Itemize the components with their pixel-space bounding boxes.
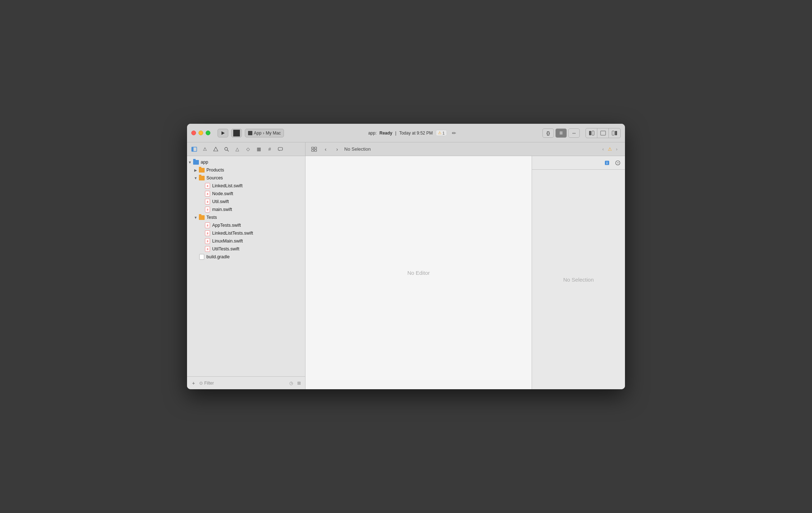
file-navigator-button[interactable] [190, 146, 199, 153]
minimize-button[interactable] [199, 131, 203, 135]
svg-rect-1 [233, 130, 240, 136]
tree-item-sources[interactable]: ▼ Sources [187, 174, 305, 182]
tree-item-linkedlist[interactable]: S LinkedList.swift [187, 182, 305, 190]
warning-nav: ‹ ⚠ › [599, 146, 621, 153]
tree-item-linkedlisttests[interactable]: S LinkedListTests.swift [187, 229, 305, 237]
forward-button[interactable]: › [333, 146, 341, 153]
editor-view-button[interactable]: ≡ [555, 128, 567, 138]
tree-item-node[interactable]: S Node.swift [187, 190, 305, 198]
tree-label-buildgradle: build.gradle [206, 254, 230, 259]
tree-label-linkedlisttests: LinkedListTests.swift [212, 231, 253, 236]
editor-area: No Editor [305, 156, 532, 389]
scheme-selector[interactable]: App › My Mac [245, 129, 284, 137]
layout-center-button[interactable] [597, 128, 609, 138]
warning-prev-button[interactable]: ‹ [599, 146, 607, 153]
maximize-button[interactable] [206, 131, 210, 135]
grid-view-button[interactable] [310, 146, 318, 153]
tree-item-utiltests[interactable]: S UtilTests.swift [187, 245, 305, 253]
comment-button[interactable] [276, 146, 285, 153]
titlebar: App › My Mac app: Ready | Today at 9:52 … [187, 124, 625, 142]
tree-label-app: app [201, 160, 208, 165]
svg-text:?: ? [617, 161, 619, 165]
inspector-header: i ? [532, 156, 625, 170]
main-content: ▼ app ▶ Products [187, 156, 625, 389]
svg-rect-6 [615, 131, 617, 135]
help-button[interactable]: ? [613, 159, 622, 166]
warning-badge[interactable]: ⚠ 1 [436, 130, 447, 136]
stop-button[interactable] [231, 129, 242, 137]
refresh-view-button[interactable]: ↔ [568, 128, 580, 138]
secondary-toolbar: ⚠ △ ◇ ▦ # ‹ › No Selection ‹ ⚠ [187, 142, 625, 156]
breakpoint-navigator-button[interactable]: ◇ [244, 146, 252, 153]
status-separator: | [395, 131, 396, 136]
apptests-file-icon: S [204, 222, 211, 228]
svg-rect-14 [314, 147, 317, 149]
footer-right: ◷ ⊠ [288, 380, 302, 386]
tree-item-linuxmain[interactable]: S LinuxMain.swift [187, 237, 305, 245]
svg-rect-5 [612, 131, 614, 135]
activity-button[interactable]: ✏ [450, 129, 458, 137]
clear-filter-button[interactable]: ⊠ [296, 380, 302, 386]
node-file-icon: S [204, 191, 211, 197]
tree-label-node: Node.swift [212, 191, 233, 196]
scheme-app-name: App [254, 131, 261, 136]
tree-label-products: Products [206, 168, 224, 173]
recent-files-button[interactable]: ◷ [288, 380, 294, 386]
app-scheme-icon [248, 131, 252, 135]
toolbar-right: {} ≡ ↔ [542, 128, 621, 138]
svg-rect-13 [312, 147, 314, 149]
tree-label-linuxmain: LinuxMain.swift [212, 239, 243, 244]
svg-rect-16 [314, 150, 317, 151]
report-navigator-button[interactable]: ▦ [255, 146, 263, 153]
warning-navigator-button[interactable]: ⚠ [201, 146, 209, 153]
svg-rect-4 [601, 131, 606, 135]
svg-marker-9 [214, 147, 218, 151]
status-area: app: Ready | Today at 9:52 PM ⚠ 1 ✏ [287, 129, 540, 137]
tests-folder-icon [199, 215, 205, 220]
source-control-button[interactable]: # [265, 146, 274, 153]
run-button[interactable] [218, 129, 228, 137]
warning-next-button[interactable]: › [613, 146, 621, 153]
issue-navigator-button[interactable]: △ [233, 146, 242, 153]
svg-rect-2 [589, 131, 591, 135]
layout-left-button[interactable] [586, 128, 597, 138]
back-button[interactable]: ‹ [321, 146, 330, 153]
tree-item-apptests[interactable]: S AppTests.swift [187, 221, 305, 229]
svg-point-10 [225, 147, 228, 150]
linuxmain-file-icon: S [204, 238, 211, 244]
svg-line-11 [227, 150, 229, 151]
svg-marker-0 [221, 131, 225, 135]
disclosure-products: ▶ [193, 168, 199, 172]
tree-label-linkedlist: LinkedList.swift [212, 183, 243, 188]
sources-folder-icon [199, 175, 205, 181]
search-navigator-button[interactable] [222, 146, 231, 153]
test-navigator-button[interactable] [211, 146, 220, 153]
utiltests-file-icon: S [204, 246, 211, 252]
no-selection-label: No Selection [563, 277, 594, 283]
tree-item-tests[interactable]: ▼ Tests [187, 213, 305, 221]
tree-item-main[interactable]: S main.swift [187, 206, 305, 213]
close-button[interactable] [191, 131, 196, 135]
editor-location-label: No Selection [344, 146, 371, 152]
code-view-button[interactable]: {} [542, 128, 554, 138]
buildgradle-file-icon [199, 254, 205, 260]
xcode-window: App › My Mac app: Ready | Today at 9:52 … [187, 124, 625, 389]
file-navigator-sidebar: ▼ app ▶ Products [187, 156, 305, 389]
tree-item-products[interactable]: ▶ Products [187, 166, 305, 174]
sidebar-footer: + ⊙ Filter ◷ ⊠ [187, 376, 305, 389]
warning-icon: ⚠ [438, 131, 442, 135]
file-inspector-button[interactable]: i [603, 159, 611, 166]
add-file-button[interactable]: + [190, 380, 197, 387]
svg-rect-8 [192, 147, 193, 151]
layout-button-group [585, 128, 621, 138]
filter-icon: ⊙ [199, 381, 203, 386]
tree-item-app[interactable]: ▼ app [187, 158, 305, 166]
tree-item-util[interactable]: S Util.swift [187, 198, 305, 206]
layout-right-button[interactable] [609, 128, 620, 138]
scheme-target: My Mac [266, 131, 281, 136]
no-editor-label: No Editor [407, 270, 430, 276]
filter-label[interactable]: Filter [204, 381, 214, 386]
disclosure-sources: ▼ [193, 176, 199, 180]
tree-item-buildgradle[interactable]: build.gradle [187, 253, 305, 261]
disclosure-app: ▼ [187, 160, 193, 164]
